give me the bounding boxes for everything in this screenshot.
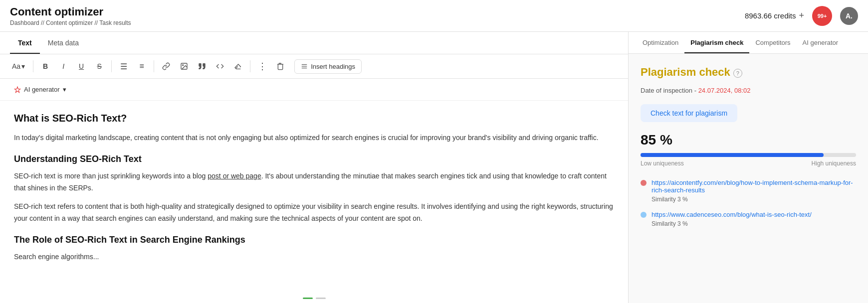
scroll-dot-1 [303, 298, 313, 299]
toolbar-divider-4 [250, 60, 250, 72]
main-layout: Text Meta data Aa ▾ B I U S [0, 32, 868, 303]
unordered-list-button[interactable]: ≡ [134, 58, 150, 74]
page-title: Content optimizer [10, 5, 131, 18]
tab-metadata[interactable]: Meta data [40, 32, 87, 54]
tab-optimization[interactable]: Optimization [637, 32, 684, 53]
progress-bar-fill [641, 153, 824, 157]
progress-bar-container [641, 153, 856, 157]
source-link-2[interactable]: https://www.cadenceseo.com/blog/what-is-… [651, 211, 812, 218]
plagiarism-title: Plagiarism check [641, 66, 730, 79]
right-panel: Optimization Plagiarism check Competitor… [629, 32, 868, 303]
erase-button[interactable] [230, 58, 246, 74]
progress-labels: Low uniqueness High uniqueness [641, 160, 856, 167]
breadcrumb-dashboard[interactable]: Dashboard [10, 19, 39, 26]
low-uniqueness-label: Low uniqueness [641, 160, 684, 167]
source-info-2: https://www.cadenceseo.com/blog/what-is-… [651, 211, 812, 227]
ai-generator-label: AI generator [24, 86, 60, 93]
link-button[interactable] [158, 58, 174, 74]
strikethrough-button[interactable]: S [91, 58, 107, 74]
uniqueness-score: 85 % [641, 132, 856, 148]
header-right: 8963.66 credits + 99+ A. [745, 6, 858, 26]
date-value: 24.07.2024, 08:02 [698, 87, 751, 94]
ordered-list-button[interactable]: ☰ [116, 58, 132, 74]
source-dot-red [641, 180, 647, 186]
toolbar-divider-3 [154, 60, 154, 72]
more-options-button[interactable]: ⋮ [254, 58, 270, 74]
insert-headings-button[interactable]: Insert headings [294, 59, 362, 74]
font-size-button[interactable]: Aa ▾ [8, 60, 29, 72]
high-uniqueness-label: High uniqueness [812, 160, 856, 167]
notification-bell[interactable]: 99+ [812, 6, 832, 26]
credits-amount: 8963.66 credits [745, 11, 796, 20]
code-button[interactable] [212, 58, 228, 74]
editor-panel: Text Meta data Aa ▾ B I U S [0, 32, 629, 303]
breadcrumb-sep1: // [41, 19, 46, 26]
svg-point-1 [183, 65, 184, 66]
credits-plus-button[interactable]: + [799, 10, 804, 21]
toolbar: Aa ▾ B I U S ☰ ≡ [0, 54, 628, 79]
source-info-1: https://aicontentfy.com/en/blog/how-to-i… [651, 179, 856, 203]
breadcrumb-sep2: // [94, 19, 99, 26]
bold-button[interactable]: B [37, 58, 53, 74]
source-item-2: https://www.cadenceseo.com/blog/what-is-… [641, 211, 856, 227]
ai-generator-button[interactable]: AI generator ▾ [8, 83, 72, 96]
editor-tabs: Text Meta data [0, 32, 628, 54]
content-paragraph-4: Search engine algorithms... [14, 251, 614, 263]
check-plagiarism-button[interactable]: Check text for plagiarism [641, 104, 737, 122]
breadcrumb-task-results[interactable]: Task results [99, 19, 131, 26]
header: Content optimizer Dashboard // Content o… [0, 0, 868, 32]
source-link-1[interactable]: https://aicontentfy.com/en/blog/how-to-i… [651, 179, 856, 194]
content-area: What is SEO-Rich Text? In today's digita… [0, 101, 628, 294]
underline-button[interactable]: U [73, 58, 89, 74]
delete-button[interactable] [272, 58, 288, 74]
content-paragraph-3: SEO-rich text refers to content that is … [14, 201, 614, 225]
avatar[interactable]: A. [840, 7, 858, 25]
breadcrumb-content-optimizer[interactable]: Content optimizer [46, 19, 93, 26]
scroll-dot-2 [316, 298, 326, 299]
ai-caret-icon: ▾ [63, 86, 66, 93]
header-left: Content optimizer Dashboard // Content o… [10, 5, 131, 26]
plagiarism-content: Plagiarism check ? Date of inspection - … [629, 54, 868, 303]
ai-bar: AI generator ▾ [0, 79, 628, 101]
right-panel-tabs: Optimization Plagiarism check Competitor… [629, 32, 868, 54]
source-dot-blue [641, 212, 647, 218]
scroll-indicator [0, 294, 628, 303]
content-paragraph-1: In today's digital marketing landscape, … [14, 132, 614, 144]
content-heading-2: Understanding SEO-Rich Text [14, 154, 614, 164]
content-heading-1: What is SEO-Rich Text? [14, 113, 614, 124]
help-icon[interactable]: ? [733, 69, 742, 78]
tab-ai-generator[interactable]: AI generator [797, 32, 845, 53]
date-inspection: Date of inspection - 24.07.2024, 08:02 [641, 87, 856, 94]
tab-text[interactable]: Text [10, 32, 40, 54]
italic-button[interactable]: I [55, 58, 71, 74]
source-similarity-1: Similarity 3 % [651, 196, 688, 203]
toolbar-divider-1 [33, 60, 33, 72]
quote-button[interactable] [194, 58, 210, 74]
tab-plagiarism-check[interactable]: Plagiarism check [684, 32, 749, 53]
notification-badge: 99+ [818, 13, 827, 19]
image-button[interactable] [176, 58, 192, 74]
tab-competitors[interactable]: Competitors [749, 32, 796, 53]
insert-headings-label: Insert headings [311, 63, 355, 70]
toolbar-divider-2 [111, 60, 112, 72]
source-item-1: https://aicontentfy.com/en/blog/how-to-i… [641, 179, 856, 203]
content-heading-3: The Role of SEO-Rich Text in Search Engi… [14, 235, 614, 245]
breadcrumb: Dashboard // Content optimizer // Task r… [10, 19, 131, 26]
content-paragraph-2: SEO-rich text is more than just sprinkli… [14, 170, 614, 194]
credits-section: 8963.66 credits + [745, 10, 804, 21]
source-similarity-2: Similarity 3 % [651, 220, 688, 227]
